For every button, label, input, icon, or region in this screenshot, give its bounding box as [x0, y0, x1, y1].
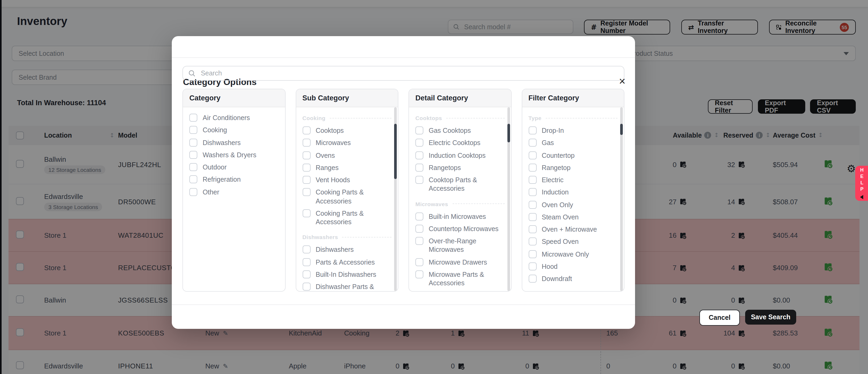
modal-search-box[interactable] [182, 66, 624, 81]
checkbox-option[interactable]: Steam Oven [528, 213, 618, 222]
checkbox[interactable] [415, 237, 423, 245]
checkbox-label[interactable]: Dishwasher Parts & Accessories [316, 283, 392, 292]
checkbox-label[interactable]: Downdraft [542, 275, 572, 283]
checkbox-option[interactable]: Electric Cooktops [415, 139, 504, 148]
checkbox-option[interactable]: Rangetop [528, 164, 618, 172]
checkbox-label[interactable]: Countertop Microwaves [429, 225, 499, 234]
checkbox[interactable] [415, 139, 423, 147]
checkbox[interactable] [302, 127, 310, 134]
checkbox[interactable] [528, 250, 536, 258]
checkbox-option[interactable]: Cooktops [302, 127, 392, 135]
checkbox-option[interactable]: Over-the-Range Microwaves [415, 237, 504, 254]
checkbox-option[interactable]: Vent Hoods [302, 176, 392, 184]
checkbox-option[interactable]: Oven + Microwave [528, 225, 618, 234]
checkbox[interactable] [528, 188, 536, 196]
checkbox-option[interactable]: Ovens [302, 151, 392, 160]
checkbox[interactable] [528, 238, 536, 246]
checkbox-label[interactable]: Induction Cooktops [429, 151, 486, 160]
checkbox-label[interactable]: Rangetops [429, 164, 461, 172]
checkbox-label[interactable]: Built-in Microwaves [429, 212, 486, 221]
checkbox[interactable] [528, 164, 536, 172]
cancel-button[interactable]: Cancel [700, 310, 740, 326]
checkbox[interactable] [415, 270, 423, 278]
checkbox[interactable] [528, 225, 536, 233]
checkbox-option[interactable]: Other [189, 188, 278, 197]
checkbox-label[interactable]: Outdoor [203, 163, 226, 172]
checkbox[interactable] [189, 163, 197, 171]
checkbox-option[interactable]: Electric [528, 176, 618, 184]
checkbox-option[interactable]: Induction [528, 188, 618, 197]
checkbox-option[interactable]: Microwave Parts & Accessories [415, 270, 504, 288]
checkbox[interactable] [302, 209, 310, 217]
checkbox[interactable] [302, 258, 310, 266]
checkbox-label[interactable]: Drop-In [542, 127, 564, 135]
checkbox-option[interactable]: Microwave Only [528, 250, 618, 259]
checkbox-option[interactable]: Rangetops [415, 164, 504, 172]
checkbox[interactable] [528, 275, 536, 283]
modal-search-input[interactable] [200, 69, 619, 77]
checkbox-label[interactable]: Ovens [316, 151, 335, 160]
checkbox-label[interactable]: Cooking [203, 126, 227, 135]
help-tab[interactable]: HELP [855, 166, 868, 201]
checkbox-label[interactable]: Ranges [316, 164, 339, 172]
checkbox-option[interactable]: Hood [528, 263, 618, 271]
checkbox-option[interactable]: Dishwasher Parts & Accessories [302, 283, 392, 292]
checkbox-option[interactable]: Gas Cooktops [415, 127, 504, 135]
checkbox[interactable] [528, 151, 536, 159]
checkbox-label[interactable]: Microwaves [316, 139, 351, 148]
checkbox[interactable] [415, 176, 423, 184]
checkbox-option[interactable]: Cooking Parts & Accessories [302, 209, 392, 227]
checkbox-option[interactable]: Microwave Drawers [415, 258, 504, 267]
checkbox-option[interactable]: Speed Oven [528, 238, 618, 246]
checkbox[interactable] [302, 176, 310, 184]
checkbox[interactable] [302, 151, 310, 159]
scrollbar[interactable] [507, 107, 510, 291]
checkbox-label[interactable]: Dishwashers [203, 138, 241, 147]
scrollbar[interactable] [620, 107, 623, 291]
checkbox-label[interactable]: Electric [542, 176, 563, 184]
checkbox[interactable] [528, 127, 536, 134]
checkbox-option[interactable]: Dishwashers [189, 138, 278, 147]
checkbox-option[interactable]: Countertop [528, 151, 618, 160]
checkbox-label[interactable]: Washers & Dryers [203, 151, 256, 160]
checkbox-label[interactable]: Parts & Accessories [316, 258, 375, 267]
checkbox-option[interactable]: Countertop Microwaves [415, 225, 504, 234]
checkbox-label[interactable]: Other [203, 188, 219, 197]
checkbox-label[interactable]: Gas Cooktops [429, 127, 471, 135]
checkbox[interactable] [528, 263, 536, 270]
checkbox-option[interactable]: Gas [528, 139, 618, 148]
checkbox[interactable] [528, 139, 536, 147]
checkbox-label[interactable]: Microwave Only [542, 250, 589, 259]
checkbox[interactable] [415, 127, 423, 134]
checkbox-option[interactable]: Downdraft [528, 275, 618, 283]
checkbox-option[interactable]: Oven Only [528, 201, 618, 209]
checkbox-option[interactable]: Ranges [302, 164, 392, 172]
checkbox-option[interactable]: Cooktop Parts & Accessories [415, 176, 504, 193]
checkbox-label[interactable]: Microwave Drawers [429, 258, 487, 267]
checkbox-label[interactable]: Cooking Parts & Accessories [316, 209, 392, 227]
checkbox[interactable] [528, 213, 536, 221]
checkbox[interactable] [528, 176, 536, 184]
checkbox[interactable] [302, 246, 310, 254]
checkbox[interactable] [189, 151, 197, 159]
checkbox-option[interactable]: Washers & Dryers [189, 151, 278, 160]
checkbox[interactable] [189, 138, 197, 146]
checkbox-label[interactable]: Microwave Parts & Accessories [429, 270, 504, 288]
checkbox-label[interactable]: Cooktops [316, 127, 344, 135]
checkbox-label[interactable]: Gas [542, 139, 554, 148]
checkbox[interactable] [302, 139, 310, 147]
checkbox-label[interactable]: Oven Only [542, 201, 573, 209]
checkbox-label[interactable]: Induction [542, 188, 568, 197]
checkbox-label[interactable]: Oven + Microwave [542, 225, 597, 234]
checkbox-option[interactable]: Built-In Dishwashers [302, 270, 392, 279]
checkbox-option[interactable]: Outdoor [189, 163, 278, 172]
checkbox[interactable] [302, 270, 310, 278]
checkbox[interactable] [415, 258, 423, 266]
checkbox[interactable] [415, 225, 423, 233]
checkbox-label[interactable]: Vent Hoods [316, 176, 350, 184]
checkbox[interactable] [302, 188, 310, 196]
checkbox-label[interactable]: Rangetop [542, 164, 570, 172]
checkbox[interactable] [189, 126, 197, 134]
checkbox-label[interactable]: Refrigeration [203, 176, 241, 184]
checkbox-label[interactable]: Built-In Dishwashers [316, 270, 376, 279]
